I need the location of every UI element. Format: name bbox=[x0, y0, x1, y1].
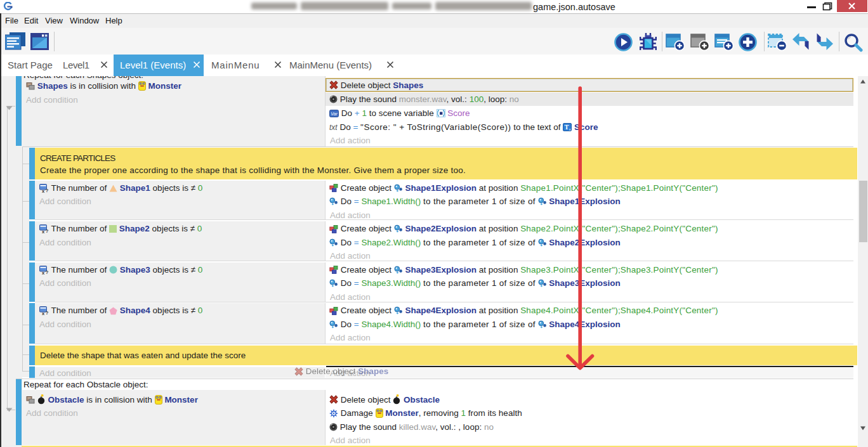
svg-text:?: ? bbox=[46, 228, 49, 233]
svg-text:?: ? bbox=[46, 188, 49, 193]
svg-text:?: ? bbox=[46, 269, 49, 275]
svg-text:?: ? bbox=[46, 310, 49, 315]
svg-text:Var: Var bbox=[331, 111, 338, 115]
